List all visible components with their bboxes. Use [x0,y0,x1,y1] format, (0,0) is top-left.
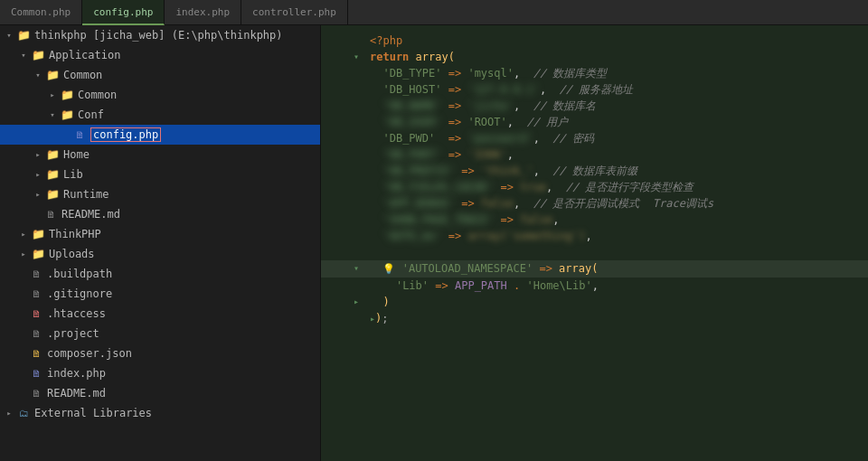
tree-application[interactable]: ▾ 📁 Application [0,45,320,65]
external-lib-icon: 🗂 [16,406,31,420]
tree-application-label: Application [49,49,120,61]
tree-runtime[interactable]: ▸ 📁 Runtime [0,184,320,204]
tree-index-label: index.php [47,367,106,380]
tree-lib-label: Lib [63,168,83,181]
tree-composer-label: composer.json [47,347,132,360]
tree-readme-l2-label: README.md [61,208,120,221]
code-line-13: 'AUTO_mo' => array('something'), [321,228,868,244]
tree-common-l3[interactable]: ▸ 📁 Common [0,85,320,105]
line-content-15: 💡 'AUTOLOAD_NAMESPACE' => array( [366,260,868,278]
line-content-8: 'DB_PORT' => '3306', [366,146,868,163]
fold-15[interactable]: ▾ [354,260,366,277]
code-line-2: ▾ return array( [321,49,868,65]
line-content-2: return array( [366,49,868,65]
tree-htaccess[interactable]: 🗎 .htaccess [0,304,320,324]
arrow-root: ▾ [4,30,14,41]
file-icon-htaccess: 🗎 [29,306,43,321]
file-icon-gitignore: 🗎 [29,287,43,301]
folder-icon-runtime: 📁 [45,187,60,202]
code-line-1: <?php [321,33,868,49]
code-line-6: 'DB_USER' => 'ROOT', // 用户 [321,114,868,130]
code-line-18: ▸); [321,310,868,327]
code-line-4: 'DB_HOST' => '127.0.0.1', // 服务器地址 [321,81,868,98]
tree-gitignore-label: .gitignore [47,287,112,300]
tree-readme-l1-label: README.md [47,387,106,400]
tree-project-label: .project [47,327,99,340]
main-content: ▾ 📁 thinkphp [jicha_web] (E:\php\thinkph… [0,25,868,461]
tab-bar: Common.php config.php index.php controll… [0,0,868,25]
tree-home[interactable]: ▸ 📁 Home [0,145,320,165]
code-line-15: ▾ 💡 'AUTOLOAD_NAMESPACE' => array( [321,260,868,278]
tree-common-l2[interactable]: ▾ 📁 Common [0,65,320,85]
tree-htaccess-label: .htaccess [47,307,106,320]
tree-uploads[interactable]: ▸ 📁 Uploads [0,244,320,264]
code-editor[interactable]: <?php ▾ return array( 'DB_TYPE' => 'mysq… [321,25,868,461]
folder-icon-lib: 📁 [45,167,60,182]
arrow-lib: ▸ [33,169,43,180]
folder-icon-root: 📁 [16,28,31,42]
tree-external-libraries[interactable]: ▸ 🗂 External Libraries [0,403,320,423]
arrow-thinkphp: ▸ [18,229,29,240]
code-line-12: 'SHOW_PAGE_TRACE' => false, [321,212,868,228]
folder-icon-conf: 📁 [60,108,74,122]
tree-gitignore[interactable]: 🗎 .gitignore [0,284,320,304]
code-line-7: 'DB_PWD' => 'password', // 密码 [321,130,868,146]
tree-conf[interactable]: ▾ 📁 Conf [0,105,320,125]
tree-buildpath[interactable]: 🗎 .buildpath [0,264,320,284]
tab-config-php[interactable]: config.php [82,0,165,25]
tree-index-php[interactable]: 🗎 index.php [0,363,320,383]
tree-project[interactable]: 🗎 .project [0,324,320,343]
line-content-3: 'DB_TYPE' => 'mysql', // 数据库类型 [366,65,868,81]
code-line-14 [321,244,868,260]
tree-common-l2-label: Common [63,69,102,81]
arrow-common-l2: ▾ [33,70,43,80]
tree-lib[interactable]: ▸ 📁 Lib [0,165,320,184]
arrow-uploads: ▸ [18,249,29,259]
tree-common-l3-label: Common [78,89,117,101]
file-icon-readme-l1: 🗎 [29,386,43,400]
file-tree[interactable]: ▾ 📁 thinkphp [jicha_web] (E:\php\thinkph… [0,25,321,461]
code-line-5: 'DB_NAME' => 'jicha', // 数据库名 [321,98,868,114]
fold-17[interactable]: ▸ [354,294,366,310]
code-content: <?php ▾ return array( 'DB_TYPE' => 'mysq… [321,25,868,461]
folder-icon-home: 📁 [45,147,60,162]
line-content-10: 'DB_FIELDS_CACHE' => true, // 是否进行字段类型检查 [366,179,868,195]
line-content-1: <?php [366,33,868,49]
tree-config-php-label: config.php [90,127,161,142]
arrow-runtime: ▸ [33,189,43,200]
code-line-9: 'DB_PREFIX' => 'think_', // 数据库表前缀 [321,163,868,179]
tab-common-php[interactable]: Common.php [0,0,82,25]
code-line-17: ▸ ) [321,294,868,310]
tree-readme-l1[interactable]: 🗎 README.md [0,383,320,403]
code-line-16: 'Lib' => APP_PATH . 'Home\Lib', [321,278,868,294]
tab-index-php[interactable]: index.php [165,0,241,25]
tree-thinkphp[interactable]: ▸ 📁 ThinkPHP [0,224,320,244]
folder-icon-application: 📁 [31,48,45,62]
file-icon-config-php: 🗎 [72,127,87,142]
tree-conf-label: Conf [78,108,104,121]
fold-2[interactable]: ▾ [354,49,366,65]
code-line-11: 'APP_DEBUG' => false, // 是否开启调试模式 Trace调… [321,195,868,212]
line-content-11: 'APP_DEBUG' => false, // 是否开启调试模式 Trace调… [366,195,868,212]
tree-buildpath-label: .buildpath [47,268,112,280]
tree-runtime-label: Runtime [63,188,109,201]
arrow-application: ▾ [18,50,29,61]
tree-composer-json[interactable]: 🗎 composer.json [0,343,320,363]
line-content-4: 'DB_HOST' => '127.0.0.1', // 服务器地址 [366,81,868,98]
code-line-8: 'DB_PORT' => '3306', [321,146,868,163]
file-icon-project: 🗎 [29,326,43,341]
line-content-7: 'DB_PWD' => 'password', // 密码 [366,130,868,146]
tree-home-label: Home [63,148,90,161]
tab-controller-php[interactable]: controller.php [241,0,348,25]
tree-config-php[interactable]: 🗎 config.php [0,125,320,145]
tree-readme-l2[interactable]: 🗎 README.md [0,204,320,224]
tree-root[interactable]: ▾ 📁 thinkphp [jicha_web] (E:\php\thinkph… [0,25,320,45]
file-icon-buildpath: 🗎 [29,267,43,281]
code-line-3: 'DB_TYPE' => 'mysql', // 数据库类型 [321,65,868,81]
code-line-10: 'DB_FIELDS_CACHE' => true, // 是否进行字段类型检查 [321,179,868,195]
tree-external-label: External Libraries [34,407,152,419]
file-icon-readme-l2: 🗎 [43,207,58,221]
arrow-external: ▸ [4,408,14,419]
folder-icon-common-l3: 📁 [60,88,74,102]
arrow-home: ▸ [33,149,43,160]
